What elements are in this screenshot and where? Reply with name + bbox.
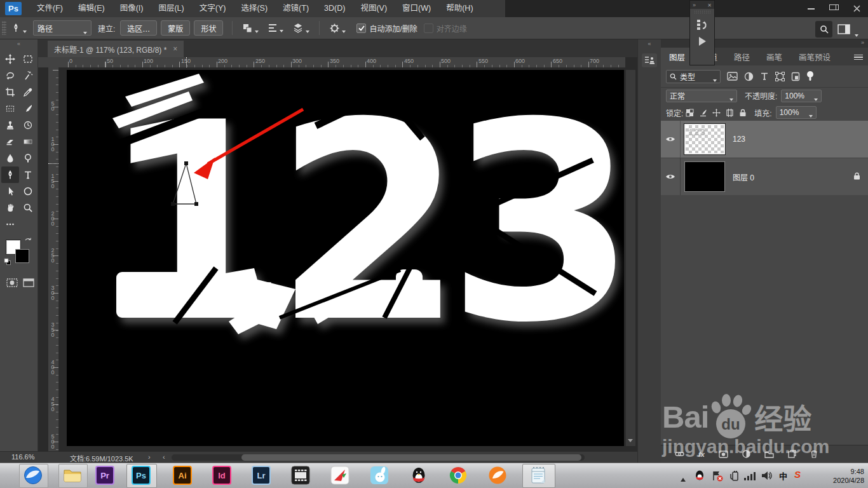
- layer-name[interactable]: 图层 0: [733, 172, 754, 182]
- actions-panel-button[interactable]: [699, 37, 706, 46]
- marquee-tool[interactable]: [19, 51, 37, 67]
- taskbar-photoshop-icon[interactable]: Ps: [132, 466, 151, 485]
- clone-stamp-tool[interactable]: [1, 117, 19, 133]
- taskbar-premiere-icon[interactable]: Pr: [95, 466, 114, 485]
- collapse-toolbar-icon[interactable]: [0, 41, 37, 47]
- quick-mask-button[interactable]: [6, 278, 18, 290]
- tray-action-center-icon[interactable]: [712, 470, 723, 488]
- default-colors-icon[interactable]: [4, 257, 11, 268]
- gradient-tool[interactable]: [19, 133, 37, 150]
- edit-toolbar-button[interactable]: [1, 216, 19, 233]
- tab-close-icon[interactable]: ×: [173, 44, 177, 53]
- move-tool[interactable]: [1, 51, 19, 67]
- expand-panels-icon[interactable]: [638, 41, 661, 47]
- tray-ime-indicator[interactable]: 中: [779, 470, 787, 488]
- make-mask-button[interactable]: 蒙版: [161, 20, 190, 36]
- zoom-tool[interactable]: [19, 200, 37, 216]
- opacity-select[interactable]: 100%: [781, 90, 822, 102]
- blend-mode-select[interactable]: 正常: [666, 90, 737, 102]
- blur-tool[interactable]: [1, 150, 19, 166]
- taskbar-indesign-icon[interactable]: Id: [212, 466, 231, 485]
- eyedropper-tool[interactable]: [19, 84, 37, 100]
- layer-thumbnail[interactable]: 123: [684, 124, 725, 154]
- adjustment-layer-button[interactable]: [742, 450, 750, 458]
- restore-button[interactable]: [822, 0, 845, 17]
- anchor-point[interactable]: [194, 202, 198, 206]
- taskbar-illustrator-icon[interactable]: Ai: [173, 466, 192, 485]
- tray-volume-icon[interactable]: [761, 470, 773, 488]
- shape-tool[interactable]: [19, 183, 37, 200]
- path-alignment-button[interactable]: [268, 23, 283, 33]
- layer-thumbnail[interactable]: [684, 161, 725, 192]
- lock-transparent-button[interactable]: [686, 109, 694, 117]
- horizontal-scrollbar-thumb[interactable]: [241, 454, 581, 461]
- tray-qq-icon[interactable]: [694, 470, 705, 488]
- add-mask-button[interactable]: [719, 451, 728, 458]
- filter-shape-button[interactable]: [775, 72, 785, 81]
- taskbar-qq-icon[interactable]: [409, 466, 428, 485]
- history-panel-button[interactable]: [690, 18, 714, 32]
- anchor-point[interactable]: [184, 161, 188, 165]
- document-tab[interactable]: 未标题-1 @ 117% (123, RGB/8) * ×: [48, 41, 184, 57]
- layer-row-background[interactable]: 图层 0: [661, 158, 868, 195]
- align-edges-checkbox[interactable]: [424, 24, 433, 33]
- make-selection-button[interactable]: 选区…: [120, 20, 157, 36]
- layer-style-button[interactable]: fx: [698, 451, 705, 458]
- menu-layer[interactable]: 图层(L): [151, 0, 191, 17]
- menu-help[interactable]: 帮助(H): [438, 0, 480, 17]
- eraser-tool[interactable]: [1, 133, 19, 150]
- scroll-left-icon[interactable]: ‹: [163, 453, 165, 461]
- brush-tool[interactable]: [19, 100, 37, 117]
- panel-menu-icon[interactable]: [854, 55, 863, 66]
- type-tool[interactable]: [19, 166, 37, 183]
- new-group-button[interactable]: [764, 451, 774, 458]
- tab-paths[interactable]: 路径: [726, 48, 758, 65]
- new-layer-button[interactable]: [788, 450, 796, 458]
- magic-wand-tool[interactable]: [19, 67, 37, 84]
- taskbar-explorer-icon[interactable]: [63, 466, 82, 485]
- layer-visibility-toggle[interactable]: [661, 158, 681, 195]
- workspace-switcher[interactable]: [837, 21, 863, 37]
- fill-select[interactable]: 100%: [776, 106, 817, 119]
- layer-name[interactable]: 123: [733, 135, 745, 144]
- tab-layers[interactable]: 图层: [661, 48, 693, 65]
- taskbar-orange-browser-icon[interactable]: [488, 466, 507, 485]
- current-tool-pen-icon[interactable]: [10, 22, 27, 34]
- close-panel-icon[interactable]: [707, 2, 712, 8]
- menu-filter[interactable]: 滤镜(T): [275, 0, 316, 17]
- history-brush-tool[interactable]: [19, 117, 37, 133]
- taskbar-notepad-icon[interactable]: [529, 466, 548, 485]
- tab-brush[interactable]: 画笔: [758, 48, 790, 65]
- filter-kind-select[interactable]: 类型: [666, 70, 721, 83]
- link-layers-button[interactable]: [675, 451, 684, 458]
- menu-edit[interactable]: 编辑(E): [71, 0, 112, 17]
- menu-view[interactable]: 视图(V): [353, 0, 395, 17]
- anchor-point[interactable]: [171, 202, 175, 206]
- make-shape-button[interactable]: 形状: [194, 20, 223, 36]
- tray-power-icon[interactable]: [728, 470, 740, 488]
- menu-window[interactable]: 窗口(W): [395, 0, 438, 17]
- filter-smart-object-button[interactable]: [791, 72, 800, 81]
- tray-network-icon[interactable]: [743, 471, 756, 488]
- expand-icon[interactable]: [693, 2, 696, 8]
- path-arrangement-button[interactable]: [292, 22, 309, 34]
- tool-mode-select[interactable]: 路径: [33, 20, 92, 36]
- menu-select[interactable]: 选择(S): [233, 0, 275, 17]
- menu-3d[interactable]: 3D(D): [316, 0, 353, 17]
- tray-clock[interactable]: 9:48 2020/4/28: [815, 467, 864, 485]
- lock-pixels-button[interactable]: [699, 109, 707, 117]
- status-expand-icon[interactable]: ›: [148, 453, 151, 461]
- menu-image[interactable]: 图像(I): [112, 0, 151, 17]
- auto-add-delete-checkbox[interactable]: [356, 24, 366, 33]
- hand-tool[interactable]: [1, 200, 19, 216]
- taskbar-video-editor-icon[interactable]: [291, 466, 310, 485]
- taskbar-media-app-icon[interactable]: [330, 466, 349, 485]
- lock-all-button[interactable]: [739, 109, 747, 117]
- pen-tool[interactable]: [1, 166, 19, 183]
- path-selection-tool[interactable]: [1, 183, 19, 200]
- tray-hidden-icons-button[interactable]: [680, 473, 686, 488]
- menu-file[interactable]: 文件(F): [29, 0, 71, 17]
- filter-on-toggle[interactable]: [806, 71, 814, 82]
- ruler-corner[interactable]: [38, 57, 59, 68]
- tray-sogou-icon[interactable]: S: [794, 469, 801, 488]
